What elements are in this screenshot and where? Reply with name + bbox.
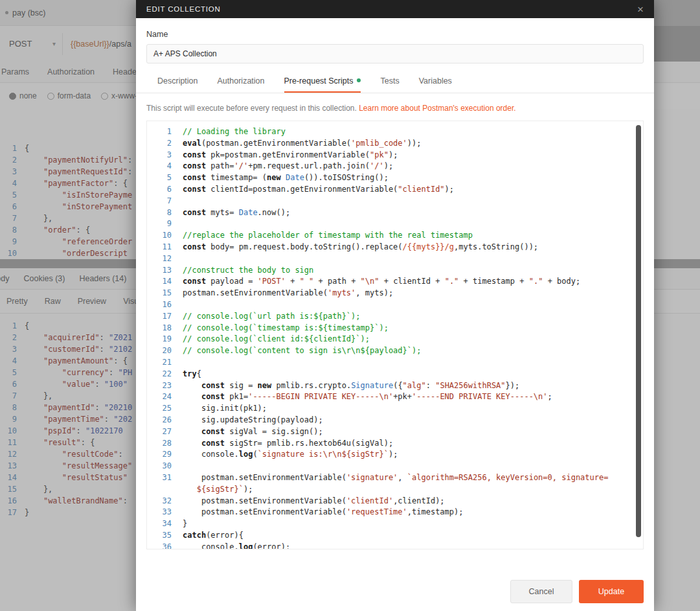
line-number: 1 — [147, 126, 172, 138]
line-number: 2 — [147, 138, 172, 150]
modal-header: EDIT COLLECTION × — [136, 0, 654, 18]
line-number: 24 — [147, 391, 172, 403]
line-number: 23 — [147, 380, 172, 392]
code-line: 2eval(postman.getEnvironmentVariable('pm… — [147, 138, 618, 150]
info-sentence: This script will execute before every re… — [146, 104, 359, 113]
name-label: Name — [146, 30, 644, 39]
line-number: 32 — [147, 496, 172, 507]
tab-variables[interactable]: Variables — [419, 71, 452, 93]
code-line: 4const path='/'+pm.request.url.path.join… — [147, 161, 618, 172]
line-number: 8 — [147, 207, 172, 219]
screen: pay (bsc) POST ▾ {{baseUrl}}/aps/a Param… — [0, 0, 700, 611]
line-number: 9 — [147, 218, 172, 230]
code-line: 21 — [147, 357, 618, 369]
modal-tabs: DescriptionAuthorizationPre-request Scri… — [136, 71, 654, 93]
code-line: 18// console.log(`timestamp is:${timesta… — [147, 323, 618, 334]
script-info-text: This script will execute before every re… — [146, 104, 644, 113]
code-line: 30 — [147, 461, 618, 472]
line-number: 16 — [147, 299, 172, 311]
code-line: 1// Loading the library — [147, 126, 618, 138]
line-number: 14 — [147, 276, 172, 288]
line-number: 20 — [147, 345, 172, 357]
green-dot-icon — [357, 78, 361, 82]
script-lines: 1// Loading the library2eval(postman.get… — [147, 121, 643, 549]
code-line: 5const timestamp= (new Date()).toISOStri… — [147, 172, 618, 184]
line-number: 15 — [147, 288, 172, 299]
code-line: 25 sig.init(pk1); — [147, 403, 618, 415]
code-line: 12 — [147, 253, 618, 265]
code-line: 20// console.log(`content to sign is\r\n… — [147, 345, 618, 357]
line-number: 4 — [147, 161, 172, 172]
code-line: 15postman.setEnvironmentVariable('myts',… — [147, 288, 618, 299]
line-number: 33 — [147, 507, 172, 518]
code-line: 16 — [147, 299, 618, 311]
code-line: 29 console.log(`signature is:\r\n${sigSt… — [147, 449, 618, 461]
code-line: 32 postman.setEnvironmentVariable('clien… — [147, 496, 618, 507]
line-number: 3 — [147, 150, 172, 161]
line-number: 36 — [147, 542, 172, 549]
code-line: 11const body= pm.request.body.toString()… — [147, 242, 618, 253]
line-number: 30 — [147, 461, 172, 472]
code-line: 33 postman.setEnvironmentVariable('reque… — [147, 507, 618, 518]
line-number: 21 — [147, 357, 172, 369]
code-line: 36 console.log(error); — [147, 542, 618, 549]
tab-tests[interactable]: Tests — [380, 71, 399, 93]
line-number: 26 — [147, 415, 172, 426]
code-line: 19// console.log(`client id:${clientId}`… — [147, 334, 618, 345]
line-number: 12 — [147, 253, 172, 265]
code-line: 3const pk=postman.getEnvironmentVariable… — [147, 150, 618, 161]
update-button[interactable]: Update — [579, 580, 644, 603]
code-line: 17// console.log(`url path is:${path}`); — [147, 311, 618, 323]
line-number: 35 — [147, 530, 172, 542]
line-number: 7 — [147, 196, 172, 207]
code-line: 34} — [147, 518, 618, 530]
line-number: 17 — [147, 311, 172, 323]
code-line: 24 const pk1='-----BEGIN PRIVATE KEY----… — [147, 391, 618, 403]
modal-title: EDIT COLLECTION — [146, 5, 221, 13]
code-line: 27 const sigVal = sig.sign(); — [147, 426, 618, 438]
cancel-button[interactable]: Cancel — [510, 580, 572, 603]
code-line: 14const payload = 'POST' + " " + path + … — [147, 276, 618, 288]
edit-collection-modal: EDIT COLLECTION × Name DescriptionAuthor… — [136, 0, 654, 611]
code-line: 22try{ — [147, 369, 618, 380]
line-number: 5 — [147, 172, 172, 184]
line-number: 6 — [147, 184, 172, 196]
line-number: 29 — [147, 449, 172, 461]
line-number: 10 — [147, 230, 172, 242]
line-number: 22 — [147, 369, 172, 380]
tab-pre-request-scripts[interactable]: Pre-request Scripts — [284, 71, 361, 93]
code-line: 8const myts= Date.now(); — [147, 207, 618, 219]
code-line: 35catch(error){ — [147, 530, 618, 542]
code-line: 26 sig.updateString(payload); — [147, 415, 618, 426]
code-line: 6const clientId=postman.getEnvironmentVa… — [147, 184, 618, 196]
code-line: 9 — [147, 218, 618, 230]
close-icon[interactable]: × — [637, 4, 644, 15]
line-number: 11 — [147, 242, 172, 253]
line-number: 27 — [147, 426, 172, 438]
code-line: 28 const sigStr= pmlib.rs.hextob64u(sigV… — [147, 438, 618, 450]
line-number: 28 — [147, 438, 172, 450]
line-number: 13 — [147, 265, 172, 277]
editor-scrollbar[interactable] — [636, 125, 641, 537]
pre-request-script-editor[interactable]: 1// Loading the library2eval(postman.get… — [146, 121, 644, 549]
code-line: 7 — [147, 196, 618, 207]
tab-authorization[interactable]: Authorization — [218, 71, 265, 93]
line-number: 19 — [147, 334, 172, 345]
line-number: 25 — [147, 403, 172, 415]
execution-order-link[interactable]: Learn more about Postman's execution ord… — [359, 104, 515, 113]
line-number: 18 — [147, 323, 172, 334]
code-line: 23 const sig = new pmlib.rs.crypto.Signa… — [147, 380, 618, 392]
line-number: 31 — [147, 472, 172, 496]
collection-name-input[interactable] — [146, 44, 644, 63]
code-line: 13//construct the body to sign — [147, 265, 618, 277]
code-line: 10//replace the placeholder of timestamp… — [147, 230, 618, 242]
tab-description[interactable]: Description — [157, 71, 198, 93]
code-line: 31 postman.setEnvironmentVariable('signa… — [147, 472, 618, 496]
modal-footer: Cancel Update — [136, 580, 654, 611]
line-number: 34 — [147, 518, 172, 530]
